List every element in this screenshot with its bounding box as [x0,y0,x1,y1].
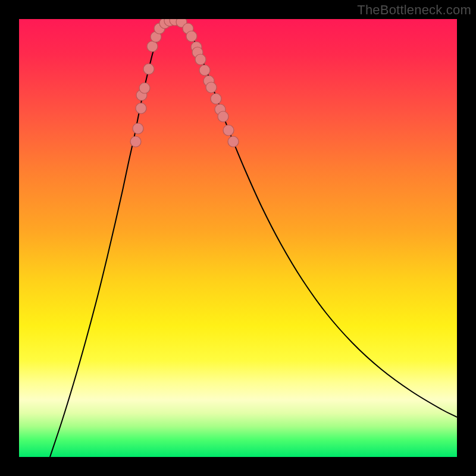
data-point [147,41,158,52]
chart-svg [19,19,457,457]
watermark-label: TheBottleneck.com [357,2,471,18]
data-point [133,123,143,134]
data-point [130,136,141,147]
highlight-dots [130,19,239,147]
data-point [199,65,210,76]
data-point [136,103,146,114]
plot-area [19,19,457,457]
data-point [139,83,150,93]
data-point [186,31,197,42]
data-point [211,93,221,104]
data-point [143,64,154,74]
data-point [223,125,234,136]
data-point [206,82,217,93]
data-point [218,111,228,122]
data-point [195,54,206,65]
data-point [228,136,239,147]
chart-frame: TheBottleneck.com [0,0,476,476]
bottleneck-curve [50,20,457,457]
